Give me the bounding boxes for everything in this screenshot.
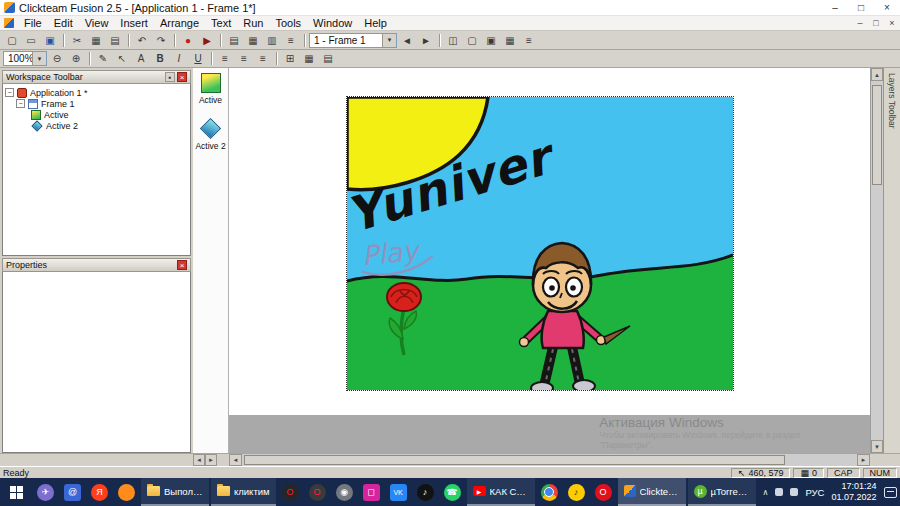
scroll-right-icon[interactable]: ► (857, 454, 870, 466)
monitor-icon[interactable]: ▢ (463, 33, 481, 48)
menu-tools[interactable]: Tools (269, 17, 307, 29)
close-icon[interactable]: × (177, 72, 187, 82)
menu-view[interactable]: View (79, 17, 115, 29)
taskbar-window-utorrent[interactable]: µ µTorrent ... (688, 478, 756, 506)
scroll-left-icon[interactable]: ◄ (229, 454, 242, 466)
cut-icon[interactable]: ✂ (68, 33, 86, 48)
hidden-icons-chevron[interactable]: ∧ (763, 488, 769, 497)
frame-selector[interactable]: 1 - Frame 1 ▼ (309, 33, 397, 48)
taskbar-window-youtube[interactable]: ▶ КАК СОЗ... (467, 478, 535, 506)
taskbar-window-folder[interactable]: кликтим (211, 478, 276, 506)
horizontal-scrollbar[interactable]: ◄ ► (229, 454, 870, 466)
taskbar-yandex-music[interactable]: ♪ (563, 478, 590, 506)
storyboard-editor-icon[interactable]: ▤ (225, 33, 243, 48)
layers-toolbar-strip[interactable]: Layers Toolbar (883, 68, 900, 453)
chevron-down-icon[interactable]: ▼ (32, 52, 46, 65)
taskbar-mail[interactable]: @ (59, 478, 86, 506)
notification-center-icon[interactable] (884, 487, 897, 498)
center-frame-icon[interactable]: ⊞ (281, 51, 299, 66)
menu-file[interactable]: File (18, 17, 48, 29)
vertical-scroll-track[interactable] (871, 81, 883, 440)
maximize-button[interactable]: □ (848, 0, 874, 15)
menu-text[interactable]: Text (205, 17, 237, 29)
menu-insert[interactable]: Insert (114, 17, 154, 29)
frame-canvas[interactable]: Yuniver Play (229, 68, 870, 453)
previous-frame-icon[interactable]: ◄ (398, 33, 416, 48)
taskbar-telegram[interactable]: ✈ (32, 478, 59, 506)
underline-icon[interactable]: U (189, 51, 207, 66)
taskbar-camera[interactable]: ◉ (331, 478, 358, 506)
taskbar-yandex-browser[interactable]: Я (86, 478, 113, 506)
volume-icon[interactable] (790, 488, 798, 496)
network-icon[interactable] (775, 488, 783, 496)
object-item-active[interactable]: Active (199, 73, 222, 105)
scroll-up-icon[interactable]: ▲ (871, 68, 883, 81)
align-left-icon[interactable]: ≡ (216, 51, 234, 66)
run-application-icon[interactable]: ▶ (198, 33, 216, 48)
child-restore-button[interactable]: □ (868, 18, 884, 28)
snap-to-grid-icon[interactable]: ▤ (319, 51, 337, 66)
taskbar-instagram[interactable]: ◻ (358, 478, 385, 506)
taskbar-window-clickteam[interactable]: Clickteam... (618, 478, 686, 506)
horizontal-scroll-track[interactable] (242, 454, 857, 466)
scroll-left-icon[interactable]: ◄ (193, 454, 205, 466)
open-icon[interactable]: ▭ (22, 33, 40, 48)
align-center-icon[interactable]: ≡ (235, 51, 253, 66)
scroll-right-icon[interactable]: ► (205, 454, 217, 466)
vertical-scrollbar[interactable]: ▲ ▼ (870, 68, 883, 453)
text-tool-icon[interactable]: A (132, 51, 150, 66)
grid-options-icon[interactable]: ▦ (501, 33, 519, 48)
italic-icon[interactable]: I (170, 51, 188, 66)
select-tool-icon[interactable]: ↖ (113, 51, 131, 66)
taskbar-whatsapp[interactable]: ☎ (439, 478, 466, 506)
tree-item-active2[interactable]: Active 2 (5, 120, 188, 131)
taskbar-opera[interactable]: O (277, 478, 304, 506)
child-minimize-button[interactable]: – (852, 18, 868, 28)
frame-editor-icon[interactable]: ▦ (244, 33, 262, 48)
event-list-editor-icon[interactable]: ≡ (282, 33, 300, 48)
menu-edit[interactable]: Edit (48, 17, 79, 29)
grid-icon[interactable]: ▦ (300, 51, 318, 66)
close-button[interactable]: × (874, 0, 900, 15)
taskbar-tiktok[interactable]: ♪ (412, 478, 439, 506)
zoom-selector[interactable]: 100% ▼ (3, 51, 47, 66)
event-editor-icon[interactable]: ▥ (263, 33, 281, 48)
taskbar-opera-gx[interactable]: O (304, 478, 331, 506)
objects-panel-scrollbar[interactable]: ◄ ► (193, 454, 229, 466)
tree-item-application[interactable]: − Application 1 * (5, 87, 188, 98)
undo-icon[interactable]: ↶ (133, 33, 151, 48)
menu-run[interactable]: Run (237, 17, 269, 29)
pin-icon[interactable]: ▪ (165, 72, 175, 82)
debugger-icon[interactable]: ▣ (482, 33, 500, 48)
bold-icon[interactable]: B (151, 51, 169, 66)
zoom-out-icon[interactable]: ⊖ (48, 51, 66, 66)
data-elements-icon[interactable]: ◫ (444, 33, 462, 48)
tree-item-active[interactable]: Active (5, 109, 188, 120)
taskbar-vk[interactable]: VK (385, 478, 412, 506)
align-right-icon[interactable]: ≡ (254, 51, 272, 66)
menu-window[interactable]: Window (307, 17, 358, 29)
taskbar-firefox[interactable] (113, 478, 140, 506)
next-frame-icon[interactable]: ► (417, 33, 435, 48)
save-icon[interactable]: ▣ (41, 33, 59, 48)
horizontal-scroll-thumb[interactable] (244, 455, 785, 465)
stop-icon[interactable]: ● (179, 33, 197, 48)
menu-help[interactable]: Help (358, 17, 393, 29)
taskbar-clock[interactable]: 17:01:24 01.07.2022 (831, 481, 876, 503)
taskbar-window-explorer[interactable]: Выполне... (141, 478, 209, 506)
taskbar-chrome[interactable] (536, 478, 563, 506)
menu-options-icon[interactable]: ≡ (520, 33, 538, 48)
new-document-icon[interactable]: ▢ (3, 33, 21, 48)
child-close-button[interactable]: × (884, 18, 900, 28)
close-icon[interactable]: × (177, 260, 187, 270)
taskbar-opera-browser[interactable]: O (590, 478, 617, 506)
pencil-icon[interactable]: ✎ (94, 51, 112, 66)
object-item-active2[interactable]: Active 2 (195, 118, 225, 151)
scroll-down-icon[interactable]: ▼ (871, 440, 883, 453)
background-picture-object[interactable]: Yuniver Play (346, 96, 734, 391)
redo-icon[interactable]: ↷ (152, 33, 170, 48)
zoom-in-icon[interactable]: ⊕ (67, 51, 85, 66)
tree-item-frame[interactable]: − Frame 1 (5, 98, 188, 109)
minimize-button[interactable]: – (822, 0, 848, 15)
collapse-icon[interactable]: − (16, 99, 25, 108)
